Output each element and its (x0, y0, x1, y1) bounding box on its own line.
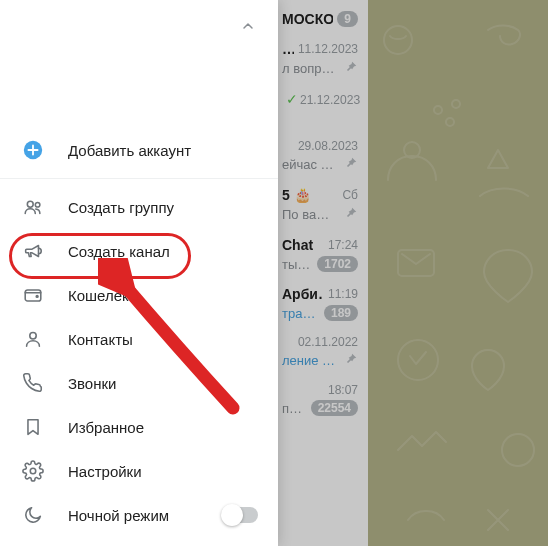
chat-background (368, 0, 548, 546)
svg-point-10 (446, 118, 454, 126)
pin-icon (344, 156, 358, 173)
svg-point-5 (30, 333, 36, 339)
night-mode-toggle[interactable] (222, 507, 258, 523)
settings-item[interactable]: Настройки (0, 449, 278, 493)
chat-date: 29.08.2023 (298, 139, 358, 153)
chat-item[interactable]: 18:07 пис… 22554 (278, 376, 368, 423)
chat-preview: По ва… (282, 207, 329, 222)
chat-preview: ление в … (282, 353, 340, 368)
svg-point-2 (35, 202, 40, 207)
megaphone-icon (22, 240, 44, 262)
read-check-icon: ✓ (286, 91, 298, 107)
chat-item[interactable]: 29.08.2023 ейчас в… (278, 132, 368, 180)
chat-date: 02.11.2022 (298, 335, 358, 349)
night-mode-item[interactable]: Ночной режим (0, 493, 278, 537)
chat-name: 5 🎂 (282, 187, 311, 203)
chat-date: 17:24 (328, 238, 358, 252)
add-account-label: Добавить аккаунт (68, 142, 258, 159)
settings-label: Настройки (68, 463, 258, 480)
pin-icon (344, 352, 358, 369)
drawer-header (0, 0, 278, 128)
calls-item[interactable]: Звонки (0, 361, 278, 405)
add-account-item[interactable]: Добавить аккаунт (0, 128, 278, 172)
night-mode-label: Ночной режим (68, 507, 198, 524)
wallet-icon (22, 284, 44, 306)
unread-badge: 1702 (317, 256, 358, 272)
svg-point-7 (384, 26, 412, 54)
calls-label: Звонки (68, 375, 258, 392)
unread-badge: 9 (337, 11, 358, 27)
chat-name: … (282, 41, 294, 57)
chat-date: Сб (342, 188, 358, 202)
moon-icon (22, 504, 44, 526)
user-icon (22, 328, 44, 350)
chat-item[interactable]: 02.11.2022 ление в … (278, 328, 368, 376)
chat-date: ✓21.12.2023 (286, 91, 360, 107)
chat-preview: пис… (282, 401, 307, 416)
chat-date: 11.12.2023 (298, 42, 358, 56)
group-icon (22, 196, 44, 218)
collapse-caret-icon[interactable] (240, 18, 256, 38)
wallet-label: Кошелёк (68, 287, 258, 304)
chat-preview: л вопро… (282, 61, 340, 76)
bookmark-icon (22, 416, 44, 438)
chat-preview: траж … (282, 306, 320, 321)
new-group-label: Создать группу (68, 199, 258, 216)
chat-item[interactable]: ✓21.12.2023 (278, 84, 368, 132)
pin-icon (344, 206, 358, 223)
chat-item[interactable]: … 11.12.2023 л вопро… (278, 34, 368, 84)
chat-name: МОСКО… (282, 11, 333, 27)
pin-icon (344, 60, 358, 77)
svg-point-11 (404, 142, 420, 158)
contacts-item[interactable]: Контакты (0, 317, 278, 361)
chat-item[interactable]: 5 🎂 Сб По ва… (278, 180, 368, 230)
new-channel-label: Создать канал (68, 243, 258, 260)
svg-point-14 (502, 434, 534, 466)
chat-date: 18:07 (328, 383, 358, 397)
svg-point-4 (36, 295, 38, 297)
chat-preview: ейчас в… (282, 157, 340, 172)
svg-point-13 (398, 340, 438, 380)
saved-item[interactable]: Избранное (0, 405, 278, 449)
saved-label: Избранное (68, 419, 258, 436)
svg-rect-12 (398, 250, 434, 276)
wallet-item[interactable]: Кошелёк (0, 273, 278, 317)
unread-badge: 22554 (311, 400, 358, 416)
svg-point-9 (452, 100, 460, 108)
plus-circle-icon (22, 139, 44, 161)
chat-name: Арби… (282, 286, 324, 302)
chat-item[interactable]: Chat 17:24 ты т… 1702 (278, 230, 368, 279)
chat-item[interactable]: Арби… 11:19 траж … 189 (278, 279, 368, 328)
svg-point-6 (30, 468, 36, 474)
svg-point-1 (27, 201, 33, 207)
chat-date: 11:19 (328, 287, 358, 301)
new-channel-item[interactable]: Создать канал (0, 229, 278, 273)
unread-badge: 189 (324, 305, 358, 321)
gear-icon (22, 460, 44, 482)
chat-preview: ты т… (282, 257, 313, 272)
contacts-label: Контакты (68, 331, 258, 348)
phone-icon (22, 372, 44, 394)
svg-point-8 (434, 106, 442, 114)
new-group-item[interactable]: Создать группу (0, 185, 278, 229)
menu-divider (0, 178, 278, 179)
side-drawer: Добавить аккаунт Создать группу Создать … (0, 0, 278, 546)
chat-name: Chat (282, 237, 313, 253)
chat-item[interactable]: МОСКО… 9 (278, 4, 368, 34)
chat-list: МОСКО… 9 … 11.12.2023 л вопро… ✓21.12.20… (278, 0, 368, 546)
